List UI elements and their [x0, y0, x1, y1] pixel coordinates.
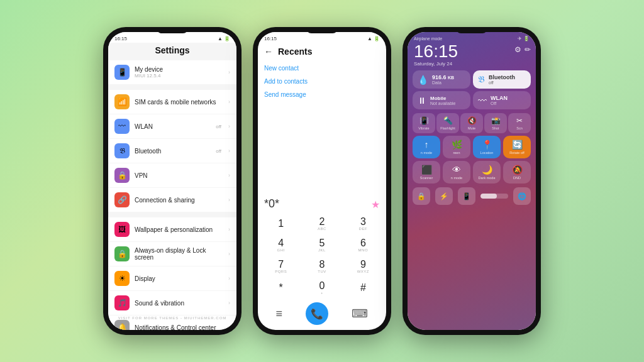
item-text: Notifications & Control center: [135, 324, 223, 331]
action-tile-eye[interactable]: 👁 n mode: [443, 161, 470, 184]
action-tile-nmode[interactable]: ↑ n mode: [413, 136, 440, 158]
control-top-tiles: 💧 916.6 KB Data 𝔅 Bluetooth off ⏸: [408, 70, 536, 112]
mobile-icon: ⏸: [418, 96, 426, 106]
key-hash[interactable]: #: [343, 277, 384, 299]
back-button[interactable]: ←: [264, 47, 273, 57]
action-tile-location[interactable]: 📍 Location: [473, 136, 501, 158]
recents-title: Recents: [278, 47, 312, 57]
menu-icon[interactable]: ≡: [276, 307, 283, 321]
status-time-2: 16:15: [264, 36, 277, 41]
control-action-tiles: ↑ n mode 🌿 reen 📍 Location 🔄 Rotate off: [408, 134, 536, 160]
flashlight-tile[interactable]: 🔦 Flashlight: [436, 113, 459, 133]
globe-bottom-icon[interactable]: 🌐: [513, 187, 531, 205]
notch-1: [157, 27, 188, 33]
list-item[interactable]: 🎵 Sound & vibration ›: [108, 291, 236, 315]
time-date-block: 16:15 Saturday, July 24: [408, 43, 464, 70]
watermark: VISIT FOR MORE THEMES - MIUITHEMER.COM: [108, 316, 236, 320]
key-5[interactable]: 5 JKL: [301, 234, 342, 256]
key-3[interactable]: 3 DEF: [343, 213, 384, 234]
action-tile-dark[interactable]: 🌙 Dark mode: [473, 161, 501, 184]
settings-title: Settings: [108, 43, 236, 60]
airplane-mode-label: Airplane mode: [414, 36, 442, 41]
call-button[interactable]: 📞: [306, 302, 328, 325]
item-icon: 〰: [114, 119, 130, 134]
list-item[interactable]: 🔗 Connection & sharing ›: [108, 188, 236, 212]
brightness-slider[interactable]: [480, 194, 508, 199]
wlan-icon: 〰: [478, 96, 487, 106]
bluetooth-control-icon: 𝔅: [478, 74, 485, 85]
item-text: Sound & vibration: [135, 300, 223, 307]
key-0[interactable]: 0 +: [301, 277, 342, 299]
settings-screen: 16:15 ▲ 🔋 Settings 📱 My device MIUI 12.5…: [108, 32, 236, 330]
list-item[interactable]: 📱 My device MIUI 12.5.4 ›: [108, 60, 236, 84]
list-item[interactable]: 📶 SIM cards & mobile networks ›: [108, 90, 236, 114]
control-screen: Airplane mode ✈ 🔋 16:15 Saturday, July 2…: [408, 32, 536, 330]
key-4[interactable]: 4 GHI: [260, 234, 301, 256]
item-icon: ☀: [114, 271, 130, 286]
dialer-display-row: *0* ★: [258, 104, 386, 213]
screen-tile[interactable]: ✂ Scn: [508, 113, 531, 133]
list-item[interactable]: 〰 WLAN off ›: [108, 114, 236, 138]
dialer-bottom-bar: ≡ 📞 ⌨: [258, 299, 386, 330]
data-icon: 💧: [418, 75, 428, 85]
settings-icon[interactable]: ⚙: [514, 45, 521, 54]
item-text: Bluetooth: [135, 148, 211, 155]
status-time-1: 16:15: [114, 36, 127, 41]
key-7[interactable]: 7 PQRS: [260, 256, 301, 277]
item-icon: 🔗: [114, 192, 130, 207]
phone-control-center: Airplane mode ✈ 🔋 16:15 Saturday, July 2…: [402, 27, 541, 335]
add-to-contacts-action[interactable]: Add to contacts: [264, 75, 380, 88]
item-text: VPN: [135, 172, 223, 179]
bolt-bottom-icon[interactable]: ⚡: [435, 187, 453, 205]
action-tile-rotate[interactable]: 🔄 Rotate off: [503, 136, 531, 158]
list-item[interactable]: 🖼 Wallpaper & personalization ›: [108, 217, 236, 241]
mobile-tile[interactable]: ⏸ Mobile Not available: [413, 91, 470, 109]
action-tile-scanner[interactable]: ⬛ Scanner: [413, 161, 440, 184]
list-item[interactable]: 🔒 VPN ›: [108, 163, 236, 187]
mute-tile[interactable]: 🔇 Mute: [460, 113, 483, 133]
list-item[interactable]: ☀ Display ›: [108, 266, 236, 290]
notch-2: [306, 27, 338, 33]
dialer-header: ← Recents: [258, 43, 386, 59]
phone-settings: 16:15 ▲ 🔋 Settings 📱 My device MIUI 12.5…: [103, 27, 242, 335]
list-item[interactable]: 𝔅 Bluetooth off ›: [108, 139, 236, 163]
item-icon: 📶: [114, 94, 130, 109]
status-bar-2: 16:15 ▲ 🔋: [258, 32, 386, 43]
action-tile-dnd[interactable]: 🔕 DND: [503, 161, 531, 184]
key-9[interactable]: 9 WXYZ: [343, 256, 384, 277]
keyboard-icon[interactable]: ⌨: [352, 307, 368, 321]
wlan-tile[interactable]: 〰 WLAN Off: [473, 91, 531, 109]
list-item[interactable]: 🔒 Always-on display & Lock screen ›: [108, 242, 236, 266]
key-star[interactable]: *: [260, 277, 301, 299]
item-text: Display: [135, 275, 223, 282]
item-icon: 📱: [114, 65, 130, 80]
key-2[interactable]: 2 ABC: [301, 213, 342, 234]
vibrate-tile[interactable]: 📳 Vibrate: [413, 113, 435, 133]
key-6[interactable]: 6 MNO: [343, 234, 384, 256]
brightness-fill: [480, 194, 497, 199]
divider: [108, 212, 236, 217]
lock-bottom-icon[interactable]: 🔒: [413, 187, 430, 205]
item-text: SIM cards & mobile networks: [135, 99, 223, 106]
settings-list: 📱 My device MIUI 12.5.4 › 📶 SIM cards & …: [108, 60, 236, 330]
bluetooth-icon: 𝔅: [114, 143, 130, 158]
item-text: Connection & sharing: [135, 197, 223, 204]
item-icon: 🔒: [114, 168, 130, 183]
data-tile[interactable]: 💧 916.6 KB Data: [413, 70, 470, 89]
send-message-action[interactable]: Send message: [264, 88, 380, 101]
new-contact-action[interactable]: New contact: [264, 62, 380, 75]
item-icon: 🎵: [114, 295, 130, 310]
control-date: Saturday, July 24: [408, 60, 464, 70]
phone-bottom-icon[interactable]: 📱: [458, 187, 475, 205]
edit-icon[interactable]: ✏: [525, 45, 531, 54]
key-1[interactable]: 1: [260, 213, 301, 234]
item-icon: 🔔: [114, 320, 130, 330]
star-icon: ★: [371, 199, 380, 211]
key-8[interactable]: 8 TUV: [301, 256, 342, 277]
bluetooth-tile[interactable]: 𝔅 Bluetooth off: [473, 70, 531, 89]
item-text: Always-on display & Lock screen: [135, 247, 223, 261]
item-text: My device MIUI 12.5.4: [135, 66, 223, 79]
screenshot-tile[interactable]: 📸 Shot: [484, 113, 507, 133]
notch-3: [456, 27, 487, 33]
action-tile-green[interactable]: 🌿 reen: [443, 136, 470, 158]
